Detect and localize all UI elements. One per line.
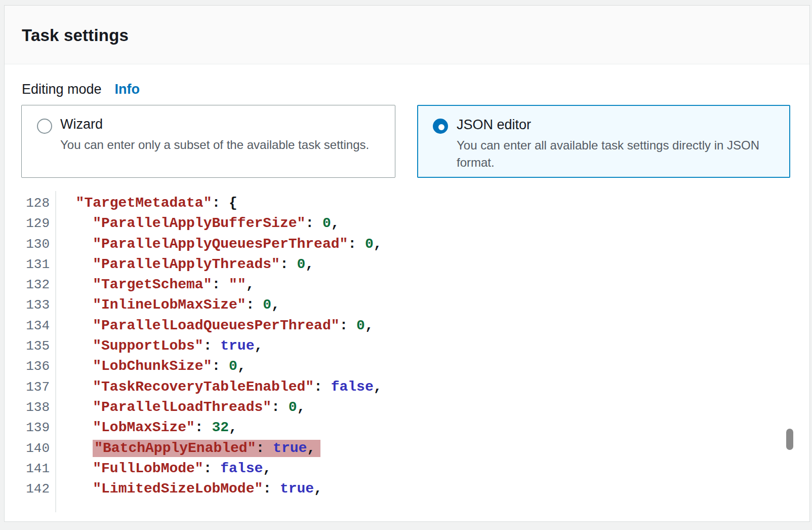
code-text: "ParallelLoadThreads": 0, (59, 397, 305, 418)
line-number: 128 (24, 193, 50, 213)
task-settings-panel: Task settings Editing modeInfo Wizard Yo… (4, 5, 810, 522)
code-token: "ParallelApplyQueuesPerThread" (93, 236, 348, 252)
code-token: , (307, 440, 315, 456)
code-line[interactable]: 141 "FullLobMode": false, (24, 459, 763, 479)
code-token: "" (229, 277, 246, 292)
code-token: , (254, 338, 263, 354)
code-token: , (229, 420, 237, 435)
code-line[interactable]: 135 "SupportLobs": true, (24, 336, 763, 356)
code-token: : (204, 338, 221, 354)
code-line[interactable]: 129 "ParallelApplyBufferSize": 0, (24, 213, 763, 234)
code-token: 32 (212, 420, 229, 435)
code-token: : (212, 277, 229, 292)
code-token: , (374, 236, 382, 252)
line-number: 131 (24, 254, 50, 275)
line-number: 142 (24, 479, 50, 499)
code-token: , (237, 358, 246, 374)
code-text: "TaskRecoveryTableEnabled": false, (59, 377, 382, 397)
code-token: "TaskRecoveryTableEnabled" (93, 379, 314, 395)
code-token: : (348, 236, 365, 252)
code-token: "FullLobMode" (93, 461, 203, 476)
code-token: , (365, 318, 374, 333)
line-number: 139 (24, 418, 50, 438)
code-line[interactable]: 136 "LobChunkSize": 0, (24, 356, 763, 376)
code-line[interactable]: 139 "LobMaxSize": 32, (24, 418, 763, 438)
code-line[interactable]: 128 "TargetMetadata": { (24, 193, 763, 213)
code-token: false (331, 379, 374, 395)
code-token: "LobMaxSize" (93, 420, 195, 435)
code-text: "LimitedSizeLobMode": true, (59, 479, 322, 499)
code-token: : (263, 481, 280, 497)
code-token: "InlineLobMaxSize" (93, 297, 246, 313)
code-text: "ParallelLoadQueuesPerThread": 0, (59, 316, 374, 336)
code-token: 0 (365, 236, 374, 252)
code-token: , (374, 379, 382, 395)
code-token: : (195, 420, 212, 435)
line-number: 137 (24, 377, 50, 397)
code-token: , (246, 277, 255, 292)
code-token: "LobChunkSize" (93, 358, 212, 374)
code-token: 0 (322, 215, 331, 231)
tile-json-editor[interactable]: JSON editor You can enter all available … (417, 105, 790, 178)
code-token: : (246, 297, 263, 313)
code-text: "SupportLobs": true, (59, 336, 263, 356)
tile-title: JSON editor (457, 117, 776, 133)
code-line[interactable]: 138 "ParallelLoadThreads": 0, (24, 397, 763, 418)
code-token: "ParallelLoadQueuesPerThread" (93, 318, 339, 333)
code-line[interactable]: 142 "LimitedSizeLobMode": true, (24, 479, 763, 499)
code-token: "TargetSchema" (93, 277, 212, 292)
json-code-editor[interactable]: 128 "TargetMetadata": {129 "ParallelAppl… (24, 193, 763, 517)
radio-json-editor[interactable] (433, 119, 448, 134)
code-text: "BatchApplyEnabled": true, (59, 438, 320, 459)
code-token: 0 (289, 399, 297, 415)
code-line[interactable]: 130 "ParallelApplyQueuesPerThread": 0, (24, 234, 763, 254)
page-title: Task settings (22, 26, 129, 45)
line-number: 129 (24, 213, 50, 234)
info-link[interactable]: Info (115, 82, 140, 97)
code-token: "SupportLobs" (93, 338, 203, 354)
code-token: : (271, 399, 289, 415)
code-token: : (314, 379, 331, 395)
code-token: , (263, 461, 271, 476)
code-line[interactable]: 134 "ParallelLoadQueuesPerThread": 0, (24, 316, 763, 336)
tile-wizard-body: Wizard You can enter only a subset of th… (60, 117, 382, 154)
code-token: 0 (356, 318, 365, 333)
scrollbar-thumb[interactable] (786, 429, 793, 450)
line-number: 132 (24, 275, 50, 295)
code-line[interactable]: 133 "InlineLobMaxSize": 0, (24, 295, 763, 315)
radio-wizard[interactable] (37, 119, 52, 134)
code-text: "LobMaxSize": 32, (59, 418, 237, 438)
code-token: : (305, 215, 322, 231)
editing-mode-row: Editing modeInfo (22, 82, 140, 97)
code-token: : (256, 440, 273, 456)
code-token: : (204, 461, 221, 476)
line-number: 134 (24, 316, 50, 336)
line-number: 140 (24, 438, 50, 459)
tile-wizard[interactable]: Wizard You can enter only a subset of th… (21, 105, 395, 178)
tile-description: You can enter only a subset of the avail… (60, 136, 382, 154)
code-token: 0 (229, 358, 237, 374)
code-lines: 128 "TargetMetadata": {129 "ParallelAppl… (24, 193, 763, 499)
code-text: "ParallelApplyThreads": 0, (59, 254, 314, 275)
line-number: 138 (24, 397, 50, 418)
code-text: "ParallelApplyQueuesPerThread": 0, (59, 234, 382, 254)
code-token: "ParallelApplyThreads" (93, 256, 280, 272)
code-line[interactable]: 137 "TaskRecoveryTableEnabled": false, (24, 377, 763, 397)
line-number: 135 (24, 336, 50, 356)
code-token: : (280, 256, 297, 272)
code-line[interactable]: 131 "ParallelApplyThreads": 0, (24, 254, 763, 275)
code-token: "BatchApplyEnabled" (94, 440, 256, 456)
code-token: , (314, 481, 322, 497)
code-line[interactable]: 140 "BatchApplyEnabled": true, (24, 438, 763, 459)
code-text: "InlineLobMaxSize": 0, (59, 295, 280, 315)
code-token: , (271, 297, 280, 313)
code-token: : (212, 358, 229, 374)
tile-title: Wizard (60, 117, 382, 132)
code-line[interactable]: 132 "TargetSchema": "", (24, 275, 763, 295)
code-token: , (297, 399, 306, 415)
tile-description: You can enter all available task setting… (457, 137, 770, 171)
line-number: 130 (24, 234, 50, 254)
code-token: : { (212, 195, 237, 211)
code-token: 0 (263, 297, 271, 313)
line-number: 133 (24, 295, 50, 315)
